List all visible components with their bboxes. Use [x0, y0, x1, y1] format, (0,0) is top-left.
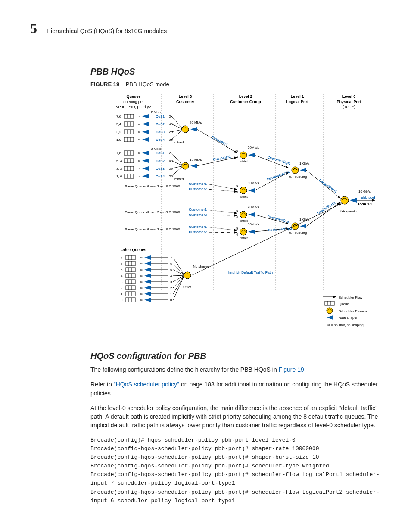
svg-line-84 [208, 189, 237, 192]
level2-nodes: 5 4 strict 20Mb/s CustomerGrp1 5 4 stric… [236, 146, 293, 240]
legend: Scheduler Flow Queue Scheduler Element R… [323, 296, 368, 327]
svg-text:strict: strict [240, 236, 248, 240]
col-queues-sub2: <Port, ISID, priority> [116, 105, 151, 109]
svg-text:strict: strict [240, 159, 248, 163]
svg-rect-189 [126, 292, 135, 296]
svg-text:Customer2: Customer2 [189, 187, 207, 191]
svg-text:∞: ∞ [138, 159, 140, 163]
link-scheduler-policy[interactable]: "HQoS scheduler policy" [114, 381, 179, 388]
col-l2-sub: Customer Group [230, 100, 261, 104]
svg-text:20: 20 [169, 130, 173, 134]
svg-text:∞: ∞ [140, 262, 143, 266]
svg-text:15 Mb/s: 15 Mb/s [190, 158, 202, 162]
svg-text:∞: ∞ [140, 298, 143, 302]
queue-block-1: 7,6 ∞ 2 Mb/s CoS1 2 5,4 ∞ CoS2 [116, 110, 237, 153]
svg-text:20: 20 [169, 167, 173, 171]
svg-text:4: 4 [236, 233, 238, 236]
svg-point-215 [327, 308, 333, 314]
svg-point-111 [240, 211, 247, 218]
figure-diagram: Queues queuing per <Port, ISID, priority… [116, 93, 381, 334]
figure-caption-text: PBB HQoS mode [126, 81, 169, 87]
level1-nodes: fair-queuing 1 Gb/s LogicalPort1 fair-qu… [289, 162, 340, 235]
figure-label: FIGURE 19 [90, 81, 119, 87]
svg-text:Same Queues/Level 3 as ISID 10: Same Queues/Level 3 as ISID 1000 [125, 210, 180, 214]
svg-point-118 [240, 228, 247, 235]
svg-text:∞: ∞ [140, 256, 143, 260]
svg-point-97 [240, 152, 247, 159]
svg-rect-65 [124, 174, 134, 178]
svg-point-123 [292, 167, 299, 174]
svg-text:1 Gb/s: 1 Gb/s [299, 162, 310, 165]
svg-text:2 Mb/s: 2 Mb/s [151, 147, 161, 151]
svg-line-33 [171, 116, 183, 129]
svg-text:mixed: mixed [174, 177, 184, 181]
col-l1: Level 1 [291, 94, 304, 99]
svg-text:7,6: 7,6 [116, 115, 121, 118]
paragraph-1: The following configurations define the … [90, 365, 381, 374]
col-queues-title: Queues [126, 94, 140, 99]
section-heading-config: HQoS configuration for PBB [90, 351, 381, 361]
svg-text:LogicalPort1: LogicalPort1 [318, 178, 338, 193]
svg-text:10Mb/s: 10Mb/s [248, 181, 259, 185]
svg-rect-211 [325, 301, 334, 305]
svg-line-88 [208, 210, 237, 213]
link-figure-19[interactable]: Figure 19 [279, 366, 304, 373]
svg-text:2: 2 [169, 115, 171, 118]
svg-text:fair-queuing: fair-queuing [340, 209, 358, 213]
level0-node: 10 Gb/s pbb-port 10GE 1/1 fair-queuing [340, 190, 375, 213]
svg-rect-13 [124, 122, 134, 126]
svg-text:fair-queuing: fair-queuing [289, 175, 307, 179]
paragraph-3: At the level-0 scheduler policy configur… [90, 404, 381, 430]
svg-text:Customer1: Customer1 [189, 182, 207, 186]
svg-text:∞: ∞ [138, 174, 140, 178]
code-block: Brocade(config)# hqos scheduler-policy p… [90, 436, 381, 505]
svg-text:CoS1: CoS1 [156, 115, 165, 118]
svg-text:7: 7 [170, 256, 172, 260]
col-l0: Level 0 [342, 94, 356, 99]
svg-text:pbb-port: pbb-port [361, 196, 375, 199]
svg-line-83 [208, 184, 237, 190]
svg-text:5: 5 [236, 149, 238, 153]
svg-text:Queue: Queue [339, 302, 349, 306]
svg-rect-27 [124, 137, 134, 142]
svg-point-37 [182, 126, 189, 133]
svg-text:Customer1: Customer1 [189, 225, 207, 229]
svg-text:20: 20 [169, 138, 173, 142]
svg-text:6: 6 [170, 262, 172, 266]
svg-text:5: 5 [170, 268, 172, 272]
svg-text:10GE 1/1: 10GE 1/1 [358, 202, 372, 206]
svg-text:strict: strict [240, 219, 248, 223]
queue-block-2: 7,6 ∞ 2 Mb/s CoS1 2 5, 4 ∞ CoS2 [116, 147, 237, 181]
svg-text:1,0: 1,0 [116, 138, 121, 142]
section-heading-pbb-hqos: PBB HQoS [90, 67, 381, 77]
svg-rect-58 [124, 166, 134, 171]
svg-text:20Mb/s: 20Mb/s [248, 205, 259, 209]
svg-text:CoS2: CoS2 [156, 159, 165, 163]
svg-rect-51 [124, 159, 134, 163]
svg-text:∞: ∞ [138, 130, 140, 134]
svg-text:No shaper: No shaper [193, 264, 209, 268]
svg-text:5: 5 [236, 209, 238, 213]
svg-text:2: 2 [169, 151, 171, 155]
svg-text:5,4: 5,4 [116, 122, 121, 126]
svg-text:CoS3: CoS3 [156, 167, 165, 171]
svg-text:3, 2: 3, 2 [116, 167, 122, 171]
svg-text:4: 4 [236, 155, 238, 159]
svg-rect-157 [126, 268, 135, 272]
figure-caption: FIGURE 19 PBB HQoS mode [90, 81, 381, 87]
header-title: Hierarchical QoS (HQoS) for 8x10G module… [47, 28, 167, 34]
svg-text:10 Gb/s: 10 Gb/s [358, 190, 371, 193]
svg-text:∞: ∞ [138, 138, 140, 142]
col-l0-note: (10GE) [342, 105, 355, 109]
svg-text:∞: ∞ [140, 274, 143, 278]
svg-line-72 [171, 161, 183, 166]
svg-text:Other Queues: Other Queues [121, 248, 146, 252]
svg-text:CustomerGrp1: CustomerGrp1 [267, 155, 291, 165]
svg-text:4: 4 [236, 190, 238, 194]
svg-text:3: 3 [121, 280, 123, 284]
svg-text:CustomerGrp1: CustomerGrp1 [267, 215, 292, 224]
chapter-number: 5 [30, 21, 37, 37]
svg-text:Rate shaper: Rate shaper [339, 316, 358, 320]
svg-text:1: 1 [170, 292, 172, 296]
svg-text:CoS2: CoS2 [156, 122, 165, 126]
